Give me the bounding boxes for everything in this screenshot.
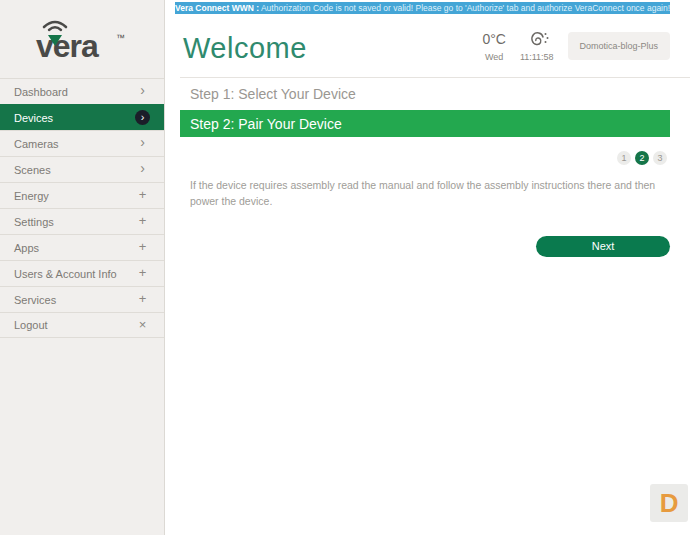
sidebar: vera ™ Dashboard › Devices › Cameras › S… xyxy=(0,0,165,535)
weather-day: Wed xyxy=(482,52,506,62)
chevron-right-icon: › xyxy=(135,136,150,151)
sidebar-item-logout[interactable]: Logout × xyxy=(0,312,164,338)
plus-icon: + xyxy=(135,188,150,203)
plus-icon: + xyxy=(135,292,150,307)
alert-banner-prefix: Vera Connect WWN : xyxy=(175,3,259,13)
vera-logo-icon: vera ™ xyxy=(26,13,138,65)
header-status-group: 0°C Wed 11:11:58 Domotica-blog-Plus xyxy=(482,24,670,62)
sidebar-item-users-account-info[interactable]: Users & Account Info + xyxy=(0,260,164,286)
sidebar-item-label: Scenes xyxy=(14,164,51,176)
clock-time: 11:11:58 xyxy=(520,52,554,62)
controller-selector-dropdown[interactable]: Domotica-blog-Plus xyxy=(568,32,671,60)
wizard-step-2-header[interactable]: Step 2: Pair Your Device xyxy=(180,110,670,137)
wind-weather-icon xyxy=(520,30,554,48)
page-title: Welcome xyxy=(183,32,307,65)
main-area: Vera Connect WWN : Authorization Code is… xyxy=(165,0,690,535)
sidebar-item-energy[interactable]: Energy + xyxy=(0,182,164,208)
plus-icon: + xyxy=(135,214,150,229)
app-window: vera ™ Dashboard › Devices › Cameras › S… xyxy=(0,0,690,535)
sidebar-item-label: Apps xyxy=(14,242,39,254)
plus-icon: + xyxy=(135,240,150,255)
sidebar-item-label: Settings xyxy=(14,216,54,228)
alert-banner: Vera Connect WWN : Authorization Code is… xyxy=(175,2,670,14)
plus-icon: + xyxy=(135,266,150,281)
sidebar-item-apps[interactable]: Apps + xyxy=(0,234,164,260)
sidebar-item-settings[interactable]: Settings + xyxy=(0,208,164,234)
sidebar-item-label: Logout xyxy=(14,319,48,331)
wizard-panel: Step 1: Select Your Device Step 2: Pair … xyxy=(180,77,690,257)
wizard-instructions: If the device requires assembly read the… xyxy=(190,177,670,210)
chevron-right-icon: › xyxy=(135,110,150,125)
pagination-page-2[interactable]: 2 xyxy=(635,151,649,165)
chevron-right-icon: › xyxy=(135,162,150,177)
chevron-right-icon: › xyxy=(135,84,150,99)
clock-widget: 11:11:58 xyxy=(520,24,554,62)
sidebar-item-label: Users & Account Info xyxy=(14,268,117,280)
svg-text:vera: vera xyxy=(36,28,99,64)
sidebar-item-label: Dashboard xyxy=(14,86,68,98)
sidebar-item-label: Services xyxy=(14,294,56,306)
sidebar-item-devices[interactable]: Devices › xyxy=(0,104,164,130)
sidebar-menu: Dashboard › Devices › Cameras › Scenes ›… xyxy=(0,78,164,338)
sidebar-item-services[interactable]: Services + xyxy=(0,286,164,312)
page-header: Welcome 0°C Wed 11:11:58 xyxy=(165,14,690,65)
vera-logo: vera ™ xyxy=(0,0,164,78)
sidebar-item-label: Cameras xyxy=(14,138,59,150)
pagination-page-1[interactable]: 1 xyxy=(617,151,631,165)
wizard-pagination: 1 2 3 xyxy=(180,151,667,165)
alert-banner-message: Authorization Code is not saved or valid… xyxy=(259,3,670,13)
weather-widget: 0°C Wed xyxy=(482,24,506,62)
domotica-watermark-badge: D xyxy=(650,484,688,522)
sidebar-item-dashboard[interactable]: Dashboard › xyxy=(0,78,164,104)
close-icon: × xyxy=(135,318,150,333)
svg-text:™: ™ xyxy=(116,33,125,43)
wizard-step-1-header[interactable]: Step 1: Select Your Device xyxy=(180,78,690,110)
next-button[interactable]: Next xyxy=(536,236,670,257)
sidebar-item-label: Devices xyxy=(14,112,53,124)
pagination-page-3[interactable]: 3 xyxy=(653,151,667,165)
temperature-value: 0°C xyxy=(482,30,506,48)
sidebar-item-cameras[interactable]: Cameras › xyxy=(0,130,164,156)
sidebar-item-scenes[interactable]: Scenes › xyxy=(0,156,164,182)
sidebar-item-label: Energy xyxy=(14,190,49,202)
